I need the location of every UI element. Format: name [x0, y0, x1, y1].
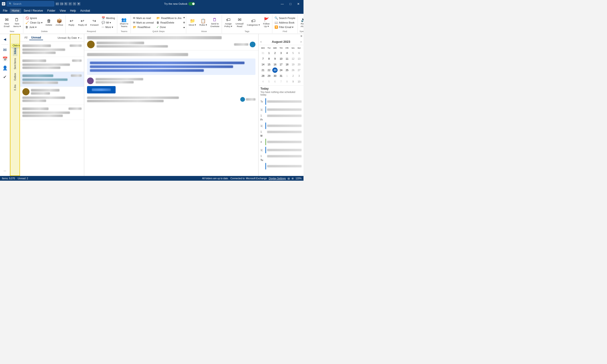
- redo-icon[interactable]: ↪: [73, 2, 76, 5]
- forward-button[interactable]: ↪ Forward: [89, 18, 100, 27]
- more-respond-button[interactable]: ⋯ More ▾: [100, 25, 116, 29]
- cal-day-23-today[interactable]: 23: [272, 67, 277, 73]
- mark-as-read-button[interactable]: ✉ Mark as read: [132, 16, 155, 20]
- folder-outbox[interactable]: Outbox: [13, 71, 17, 82]
- cal-day-28[interactable]: 28: [261, 73, 266, 78]
- cal-day-5-next[interactable]: 5: [266, 79, 272, 84]
- cal-day-26[interactable]: 26: [290, 67, 296, 73]
- tab-unread[interactable]: Unread: [29, 35, 43, 40]
- cal-day-10[interactable]: 10: [278, 56, 284, 61]
- unread-read-button[interactable]: ✉ Unread/Read: [234, 17, 245, 28]
- calendar-close-icon[interactable]: ✕: [300, 35, 303, 38]
- nav-more-icon[interactable]: ···: [1, 167, 9, 175]
- cal-day-10-next[interactable]: 10: [296, 79, 302, 84]
- cal-day-6-next[interactable]: 6: [272, 79, 277, 84]
- cal-day-8[interactable]: 8: [266, 56, 272, 61]
- cal-day-31[interactable]: 31: [278, 73, 284, 78]
- cal-day-9-next[interactable]: 9: [290, 79, 296, 84]
- view-icon-1[interactable]: ▤: [288, 177, 290, 180]
- cal-day-30[interactable]: 30: [272, 73, 277, 78]
- email-item-1[interactable]: [20, 42, 84, 57]
- cal-day-21[interactable]: 21: [261, 67, 266, 73]
- address-book-button[interactable]: 📖 Address Book: [273, 20, 297, 25]
- cal-next-button[interactable]: ›: [300, 40, 302, 43]
- read-move-button[interactable]: 📂 Read/Move: [132, 25, 155, 29]
- cal-day-14[interactable]: 14: [261, 62, 266, 67]
- outlook-toggle[interactable]: [188, 2, 195, 5]
- new-email-button[interactable]: ✉ NewEmail: [2, 17, 12, 28]
- ignore-button[interactable]: 🚫 Ignore: [24, 16, 44, 20]
- menu-folder[interactable]: Folder: [45, 9, 57, 13]
- rules-button[interactable]: 📋 Rules ▾: [198, 18, 208, 27]
- nav-calendar-icon[interactable]: 📅: [1, 55, 9, 63]
- cal-day-7[interactable]: 7: [261, 56, 266, 61]
- quick-steps-expand[interactable]: ▲: [183, 16, 185, 19]
- cal-day-11[interactable]: 11: [284, 56, 290, 61]
- more-icon[interactable]: ▼: [77, 2, 80, 5]
- cal-prev-button[interactable]: ‹: [261, 40, 262, 43]
- cal-day-8-next[interactable]: 8: [284, 79, 290, 84]
- quick-steps-settings[interactable]: ⚙: [183, 21, 185, 24]
- cal-day-3[interactable]: 3: [278, 50, 284, 56]
- cal-day-2-next[interactable]: 2: [290, 73, 296, 78]
- close-button[interactable]: ✕: [295, 2, 302, 6]
- nav-mail-icon[interactable]: ✉: [1, 46, 9, 54]
- undo-icon[interactable]: ↩: [68, 2, 72, 5]
- nav-settings-icon[interactable]: ◀: [1, 35, 9, 43]
- filter-email-button[interactable]: 🔽 Filter Email ▾: [273, 25, 297, 29]
- read-aloud-button[interactable]: 🔊 ReadAloud: [299, 17, 304, 28]
- menu-home[interactable]: Home: [10, 9, 21, 13]
- cal-day-27[interactable]: 27: [296, 67, 302, 73]
- cal-day-4[interactable]: 4: [284, 50, 290, 56]
- cal-day-7-next[interactable]: 7: [278, 79, 284, 84]
- read-move-jira-button[interactable]: 📂 Read/Move to Jira: [155, 16, 183, 20]
- folder-jira[interactable]: 0 Jira: [13, 83, 17, 92]
- refresh-icon[interactable]: ↻: [64, 2, 67, 5]
- nav-tasks-icon[interactable]: ✔: [1, 73, 9, 81]
- cal-day-17[interactable]: 17: [278, 62, 284, 67]
- menu-help[interactable]: Help: [68, 9, 78, 13]
- email-cta-button[interactable]: [87, 86, 116, 93]
- menu-send-receive[interactable]: Send / Receive: [22, 9, 45, 13]
- meeting-button[interactable]: 📅 Meeting: [100, 16, 116, 20]
- cal-day-3-next[interactable]: 3: [296, 73, 302, 78]
- reply-all-button[interactable]: ↩ Reply All: [77, 18, 88, 27]
- search-people-button[interactable]: 🔍 Search People: [273, 16, 297, 20]
- nav-people-icon[interactable]: 👤: [1, 64, 9, 72]
- tab-all[interactable]: All: [22, 35, 29, 40]
- email-item-4[interactable]: [20, 87, 84, 105]
- assign-policy-button[interactable]: 🏷 AssignPolicy ▾: [223, 17, 234, 28]
- done-button[interactable]: ✓ Done: [155, 25, 183, 29]
- view-icon-2[interactable]: ⊞: [292, 177, 293, 180]
- search-bar[interactable]: 🔍 Search: [7, 1, 54, 6]
- display-settings[interactable]: Display Settings: [269, 177, 286, 180]
- cal-day-6[interactable]: 6: [296, 50, 302, 56]
- maximize-button[interactable]: □: [288, 2, 293, 6]
- forward-icon[interactable]: ⟶: [60, 2, 63, 5]
- cal-day-25[interactable]: 25: [284, 67, 290, 73]
- cal-day-1-next[interactable]: 1: [284, 73, 290, 78]
- cal-day-16[interactable]: 16: [272, 62, 277, 67]
- share-to-teams-button[interactable]: 👥 Share toTeams: [118, 17, 130, 28]
- email-item-3[interactable]: [20, 72, 84, 87]
- folder-pane-tooltip[interactable]: Click to expand Folder Pane: [11, 43, 20, 48]
- cal-day-13[interactable]: 13: [296, 56, 302, 61]
- reply-button[interactable]: ↩ Reply: [66, 18, 76, 27]
- folder-sent-items[interactable]: Sent Items: [13, 56, 17, 71]
- cal-day-31-prev[interactable]: 31: [261, 50, 266, 56]
- new-items-button[interactable]: 🗒 NewItems ▾: [12, 17, 22, 28]
- clean-up-button[interactable]: 🧹 Clean Up ▾: [24, 20, 44, 25]
- cal-day-2[interactable]: 2: [272, 50, 277, 56]
- send-to-onenote-button[interactable]: 🗒 Send toOneNote: [209, 17, 221, 28]
- cal-day-12[interactable]: 12: [290, 56, 296, 61]
- categorize-button[interactable]: 🏷 Categorize ▾: [245, 18, 261, 27]
- cal-day-9[interactable]: 9: [272, 56, 277, 61]
- mark-as-unread-button[interactable]: ✉ Mark as unread: [132, 20, 155, 25]
- cal-day-20[interactable]: 20: [296, 62, 302, 67]
- cal-day-22[interactable]: 22: [266, 67, 272, 73]
- cal-day-15[interactable]: 15: [266, 62, 272, 67]
- minimize-button[interactable]: —: [279, 2, 286, 6]
- quick-steps-collapse[interactable]: ▼: [183, 26, 185, 29]
- cal-day-1[interactable]: 1: [266, 50, 272, 56]
- move-button[interactable]: 📁 Move ▾: [187, 18, 198, 27]
